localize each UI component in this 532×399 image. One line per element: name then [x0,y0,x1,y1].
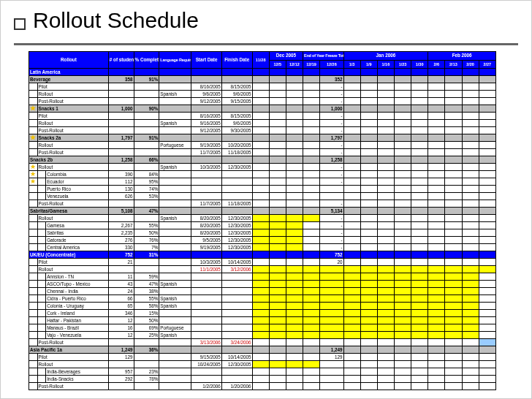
pct-cell: 90% [134,104,159,112]
finish-cell [221,287,252,294]
row-name: Pilot [37,83,108,90]
timeline-cell [445,280,462,287]
timeline-cell [360,265,377,273]
row-name: Gatorade [46,236,109,243]
star-icon [29,258,38,265]
lang-cell [159,97,191,104]
timeline-cell [286,126,303,134]
lang-cell: Spanish [159,294,191,302]
timeline-cell [428,126,445,134]
star-icon [29,229,38,236]
timeline-cell [377,368,394,375]
lang-cell: Portuguese [159,324,191,331]
timeline-cell [428,148,445,156]
timeline-cell [269,353,286,360]
row-name: India-Beverages [46,368,109,375]
timeline-cell [377,375,394,382]
timeline-cell [462,243,479,251]
hdr-e2: 12/26 [320,60,343,68]
table-row: ★Snacks 11,00090%1,000 [29,104,496,112]
timeline-cell [445,170,462,178]
timeline-cell [428,163,445,170]
timeline-cell [462,324,479,331]
table-row: Rollout11/1/20053/12/2006 [29,265,496,273]
timeline-cell [377,287,394,294]
students-cell [108,200,134,207]
table-row: RolloutSpanish9/6/20059/6/2005- [29,90,496,97]
timeline-cell [428,302,445,309]
timeline-cell [411,302,428,309]
row-name: Chennai - India [46,287,109,294]
pct-cell: 50% [134,229,159,236]
timeline-cell [303,148,319,156]
timeline-cell [269,214,286,221]
lang-cell: Spanish [159,163,191,170]
lang-cell [159,192,191,200]
timeline-cell [377,302,394,309]
timeline-cell [411,178,428,185]
hdr-1128: 11/28 [252,52,269,69]
timeline-cell [428,382,445,390]
table-row: ★Snacks 2a1,79791%1,797 [29,134,496,141]
students-cell [108,112,134,119]
hdr-j3: 1/16 [377,60,394,68]
timeline-cell [343,119,360,126]
start-cell: 10/24/2005 [191,360,222,368]
lang-cell [159,382,191,390]
eoy-cell [320,338,343,346]
hdr-f1: 2/6 [428,60,445,68]
timeline-cell [360,192,377,200]
star-icon [29,185,38,192]
pct-cell: 25% [134,331,159,338]
timeline-cell [394,214,411,221]
finish-cell [221,294,252,302]
start-cell: 10/3/2005 [191,258,222,265]
timeline-cell [479,273,495,280]
timeline-cell [462,331,479,338]
lang-cell [159,126,191,134]
timeline-cell [445,163,462,170]
lang-cell [159,273,191,280]
pct-cell: 58% [134,302,159,309]
timeline-cell [377,324,394,331]
start-cell: 11/7/2005 [191,148,222,156]
timeline-cell [303,83,319,90]
timeline-cell [252,119,269,126]
timeline-cell [360,148,377,156]
start-cell [191,294,222,302]
timeline-cell [303,331,319,338]
timeline-cell [377,353,394,360]
timeline-cell [394,207,411,214]
timeline-cell [428,141,445,148]
timeline-cell [343,221,360,229]
finish-cell [221,170,252,178]
timeline-cell [269,243,286,251]
start-cell [191,316,222,324]
start-cell: 9/6/2005 [191,90,222,97]
timeline-cell [445,360,462,368]
pct-cell: 76% [134,236,159,243]
timeline-cell [411,382,428,390]
timeline-cell [303,75,319,83]
table-row: Hattar - Pakistan1250% [29,316,496,324]
timeline-cell [269,221,286,229]
timeline-cell [343,294,360,302]
timeline-cell [462,126,479,134]
eoy-cell: - [320,178,343,185]
timeline-cell [343,112,360,119]
row-name: Post-Rollout [37,382,108,390]
lang-cell [159,346,191,353]
start-cell [191,185,222,192]
table-row: RolloutSpanish8/20/200512/30/2005- [29,214,496,221]
timeline-cell [462,83,479,90]
row-name: Pilot [37,112,108,119]
timeline-cell [479,163,495,170]
timeline-cell [252,331,269,338]
timeline-cell [343,251,360,258]
timeline-cell [428,331,445,338]
timeline-cell [303,178,319,185]
timeline-cell [360,221,377,229]
timeline-cell [377,68,394,75]
hdr-rollout: Rollout [29,52,109,69]
timeline-cell [462,375,479,382]
